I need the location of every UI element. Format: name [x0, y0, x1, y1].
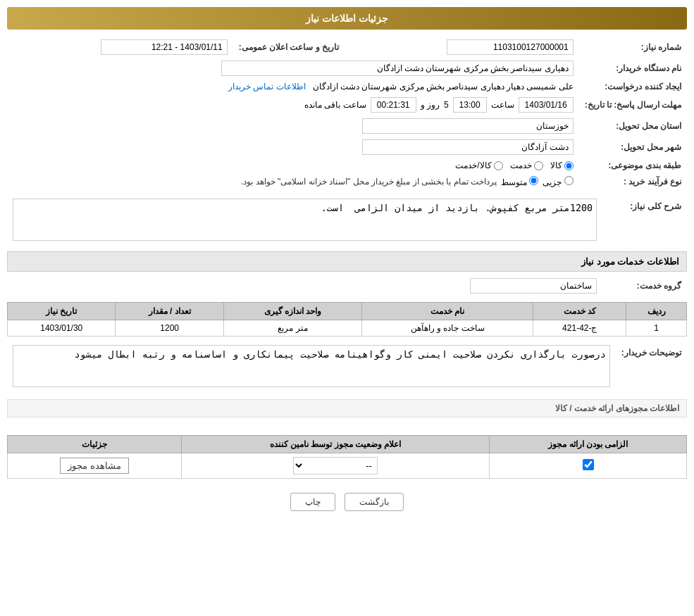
- permit-elzami: [490, 453, 687, 479]
- page-title: جزئیات اطلاعات نیاز: [7, 7, 687, 30]
- cell-radif: 1: [626, 320, 687, 337]
- col-tarikh: تاریخ نیاز: [8, 303, 116, 320]
- radio-kala-khedmat-label[interactable]: کالا/خدمت: [455, 161, 502, 170]
- mohlat-time-label: ساعت: [491, 100, 514, 110]
- mohlat-date: 1403/01/16: [519, 97, 574, 113]
- mohlat-roz-value: 5: [444, 100, 449, 110]
- mohlat-remaining-label: ساعت باقی مانده: [304, 100, 366, 110]
- page-wrapper: جزئیات اطلاعات نیاز شماره نیاز: 11031001…: [0, 0, 694, 616]
- radio-jozi[interactable]: [564, 176, 574, 185]
- permit-elam: --: [181, 453, 490, 479]
- shahr-value: دشت آزادگان: [7, 137, 579, 158]
- mojoz-section-header: اطلاعات مجوزهای ارائه خدمت / کالا: [7, 399, 687, 417]
- permit-checkbox[interactable]: [583, 459, 594, 470]
- col-name: نام خدمت: [362, 303, 533, 320]
- back-button[interactable]: بازگشت: [345, 493, 404, 511]
- info-table: شماره نیاز: 1103100127000001 تاریخ و ساع…: [7, 37, 687, 190]
- gorohe-khedmat-table: گروه خدمت: ساختمان: [7, 275, 687, 296]
- permit-select[interactable]: --: [293, 457, 378, 474]
- shomara-input: 1103100127000001: [447, 39, 574, 55]
- tarikh-ilan-value: 1403/01/11 - 12:21: [7, 37, 233, 58]
- radio-khedmat[interactable]: [534, 161, 543, 170]
- tabaqe-label: طبقه بندی موضوعی:: [579, 158, 687, 173]
- tozihat-label: توضیحات خریدار:: [616, 342, 687, 392]
- ostan-label: استان محل تحویل:: [579, 115, 687, 137]
- mohlat-remaining: 00:21:31: [371, 97, 416, 113]
- tozihat-value: [7, 342, 616, 392]
- gorohe-value: ساختمان: [7, 275, 602, 296]
- name-dastgah-label: نام دستگاه خریدار:: [579, 58, 687, 79]
- radio-kala-label[interactable]: کالا: [550, 161, 574, 170]
- radio-motovaset-label[interactable]: متوسط: [501, 176, 538, 187]
- col-kod: کد خدمت: [533, 303, 626, 320]
- tarikh-ilan-input: 1403/01/11 - 12:21: [101, 39, 228, 55]
- permit-col-elzami: الزامی بودن ارائه مجوز: [490, 436, 687, 453]
- mohlat-roz-label: روز و: [421, 100, 440, 110]
- radio-khedmat-label[interactable]: خدمت: [510, 161, 543, 170]
- ijad-value: علی شمیسی دهیار دهیاری سیدناصر بخش مرکزی…: [7, 79, 579, 94]
- gorohe-label: گروه خدمت:: [602, 275, 687, 296]
- mohlat-label: مهلت ارسال پاسخ: تا تاریخ:: [579, 94, 687, 115]
- bottom-buttons: بازگشت چاپ: [7, 493, 687, 511]
- permit-row: -- مشاهده مجوز: [8, 453, 687, 479]
- novea-farayand-row: جزیی متوسط پرداخت تمام یا بخشی از مبلغ خ…: [7, 173, 579, 190]
- cell-name: ساخت جاده و راهآهن: [362, 320, 533, 337]
- radio-motovaset[interactable]: [529, 176, 538, 185]
- contact-info-link[interactable]: اطلاعات تماس خریدار: [228, 82, 306, 92]
- permit-col-elam: اعلام وضعیت مجوز توسط نامین کننده: [181, 436, 490, 453]
- cell-tedad: 1200: [116, 320, 223, 337]
- col-tedad: تعداد / مقدار: [116, 303, 223, 320]
- tarikh-ilan-label: تاریخ و ساعت اعلان عمومی:: [233, 37, 353, 58]
- shomara-label: شماره نیاز:: [579, 37, 687, 58]
- table-row: 1 ج-42-421 ساخت جاده و راهآهن متر مربع 1…: [8, 320, 687, 337]
- sharh-table: شرح کلی نیاز:: [7, 196, 687, 246]
- permit-col-joziat: جزئیات: [8, 436, 182, 453]
- tozihat-table: توضیحات خریدار:: [7, 342, 687, 392]
- tabaqe-radio-group: کالا خدمت کالا/خدمت: [7, 158, 579, 173]
- mohlat-time: 13:00: [453, 97, 487, 113]
- sharh-textarea[interactable]: [13, 199, 597, 241]
- name-dastgah-value: دهیاری سیدناصر بخش مرکزی شهرستان دشت ازا…: [7, 58, 579, 79]
- khadamat-section-title: اطلاعات خدمات مورد نیاز: [7, 251, 687, 272]
- cell-tarikh: 1403/01/30: [8, 320, 116, 337]
- sharh-label: شرح کلی نیاز:: [602, 196, 687, 246]
- sharh-value: [7, 196, 602, 246]
- ostan-value: خوزستان: [7, 115, 579, 137]
- services-table: ردیف کد خدمت نام خدمت واحد اندازه گیری ت…: [7, 302, 687, 337]
- ijad-label: ایجاد کننده درخواست:: [579, 79, 687, 94]
- novea-farayand-label: نوع فرآیند خرید :: [579, 173, 687, 190]
- mohlat-row: 1403/01/16 ساعت 13:00 5 روز و 00:21:31 س…: [7, 94, 579, 115]
- radio-kala-khedmat[interactable]: [494, 161, 503, 170]
- cell-vahed: متر مربع: [223, 320, 361, 337]
- permit-table: الزامی بودن ارائه مجوز اعلام وضعیت مجوز …: [7, 435, 687, 479]
- radio-kala[interactable]: [564, 161, 574, 170]
- print-button[interactable]: چاپ: [290, 493, 335, 511]
- radio-jozi-label[interactable]: جزیی: [543, 176, 573, 187]
- cell-kod: ج-42-421: [533, 320, 626, 337]
- permit-joziat: مشاهده مجوز: [8, 453, 182, 479]
- col-vahed: واحد اندازه گیری: [223, 303, 361, 320]
- shahr-label: شهر محل تحویل:: [579, 137, 687, 158]
- shomara-value: 1103100127000001: [353, 37, 579, 58]
- tozihat-textarea[interactable]: [13, 345, 610, 387]
- col-radif: ردیف: [626, 303, 687, 320]
- farayand-note: پرداخت تمام یا بخشی از مبلغ خریداز محل "…: [241, 177, 497, 187]
- view-permit-button[interactable]: مشاهده مجوز: [60, 458, 129, 474]
